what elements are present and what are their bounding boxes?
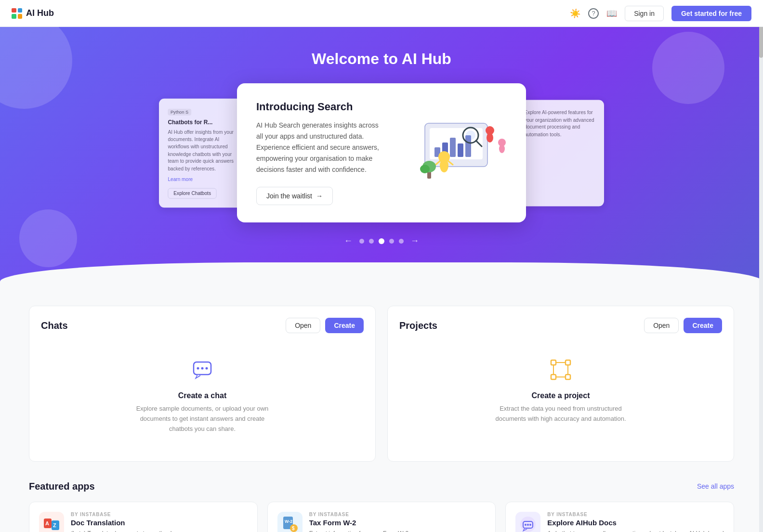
projects-empty-body: Extract the data you need from unstructu… [493,404,628,424]
projects-create-button[interactable]: Create [684,318,722,333]
svg-rect-4 [450,138,456,157]
svg-rect-28 [566,375,570,379]
projects-empty-state: Create a project Extract the data you ne… [399,343,722,440]
svg-point-22 [197,367,199,370]
carousel-main-card: Introducing Search AI Hub Search generat… [237,83,526,222]
projects-panel-header: Projects Open Create [399,318,722,333]
chats-empty-state: Create a chat Explore sample documents, … [41,343,364,449]
app-name: Doc Translation [71,519,248,527]
projects-panel: Projects Open Create [387,306,734,461]
card-heading: Introducing Search [256,101,385,113]
get-started-button[interactable]: Get started for free [671,6,751,21]
join-waitlist-button[interactable]: Join the waitlist → [256,187,333,205]
card-content: Introducing Search AI Hub Search generat… [256,101,385,205]
card-heading: Chatbots for R... [168,119,238,126]
logo-grid-icon [12,8,22,19]
brand-name: AI Hub [26,8,54,18]
featured-header: Featured apps See all apps [29,481,734,492]
waitlist-label: Join the waitlist [266,192,312,200]
svg-text:Z: Z [53,522,56,528]
sun-icon: ☀️ [570,8,580,19]
app-desc: Extract information from any Form W-2 [309,529,486,532]
tax-form-icon: W-2 $ [277,512,303,532]
featured-apps-section: Featured apps See all apps A Z BY INSTAB… [29,481,734,532]
svg-point-8 [466,130,475,140]
carousel-dot-2[interactable] [369,239,374,244]
project-frame-svg [549,358,572,381]
svg-point-44 [527,524,529,526]
svg-rect-26 [566,360,570,365]
svg-text:$: $ [292,526,295,531]
project-icon [549,358,572,386]
apps-grid: A Z BY INSTABASE Doc Translation (beta) … [29,502,734,532]
svg-text:W-2: W-2 [285,519,292,524]
card-learn-more-link[interactable]: Learn more [168,176,193,182]
carousel-dot-3[interactable] [379,238,384,244]
docs-button[interactable]: 📖 [606,8,617,19]
svg-point-45 [529,524,531,526]
theme-toggle-button[interactable]: ☀️ [570,8,580,19]
chats-panel-header: Chats Open Create [41,318,364,333]
panels-grid: Chats Open Create Create [29,306,734,461]
chats-title: Chats [41,320,68,331]
scrollbar[interactable] [759,0,763,532]
explore-docs-icon [515,512,540,532]
book-icon: 📖 [606,8,617,19]
projects-open-button[interactable]: Open [644,318,679,333]
app-name: Explore AIHub Docs [547,519,724,527]
navbar-brand: AI Hub [12,8,54,19]
app-desc: A chatbot to answer all your questions a… [547,529,724,532]
carousel-track: Python S Chatbots for R... AI Hub offer … [165,83,598,222]
carousel-dot-4[interactable] [389,239,394,244]
doc-translation-info: BY INSTABASE Doc Translation (beta) Tran… [71,512,248,532]
carousel-side-card-left: Python S Chatbots for R... AI Hub offer … [159,99,248,208]
carousel-dot-1[interactable] [359,239,364,244]
card-tag: Python S [168,109,191,116]
app-card-doc-translation[interactable]: A Z BY INSTABASE Doc Translation (beta) … [29,502,258,532]
chat-icon [191,358,214,386]
svg-text:A: A [45,520,49,526]
svg-point-11 [440,159,448,172]
hero-section: Welcome to AI Hub Python S Chatbots for … [0,27,763,286]
chats-panel-buttons: Open Create [286,318,364,333]
app-by-label: BY INSTABASE [71,512,248,517]
svg-point-23 [201,367,204,370]
see-all-apps-link[interactable]: See all apps [697,482,734,490]
projects-panel-buttons: Open Create [644,318,722,333]
chats-panel: Chats Open Create Create [29,306,376,461]
carousel-prev-button[interactable]: ← [342,234,355,248]
svg-rect-5 [458,143,463,157]
chats-empty-body: Explore sample documents, or upload your… [135,404,270,434]
app-desc: (beta) Translate documents to another la… [71,529,248,532]
navbar: AI Hub ☀️ ? 📖 Sign in Get started for fr… [0,0,763,27]
chats-open-button[interactable]: Open [286,318,320,333]
hero-title: Welcome to AI Hub [0,50,763,68]
app-by-label: BY INSTABASE [547,512,724,517]
help-icon: ? [588,8,599,19]
card-body: AI Hub Search generates insights across … [256,120,385,175]
chats-empty-heading: Create a chat [178,391,227,400]
signin-button[interactable]: Sign in [625,6,664,21]
svg-rect-25 [551,360,556,365]
arrow-icon: → [316,192,323,200]
svg-point-24 [206,367,208,370]
help-button[interactable]: ? [588,8,599,19]
carousel-dot-5[interactable] [399,239,404,244]
content-section: Chats Open Create Create [0,286,763,532]
tax-form-info: BY INSTABASE Tax Form W-2 Extract inform… [309,512,486,532]
app-by-label: BY INSTABASE [309,512,486,517]
svg-point-20 [499,144,505,153]
carousel: Python S Chatbots for R... AI Hub offer … [0,83,763,222]
explore-chatbots-button[interactable]: Explore Chatbots [168,188,217,198]
svg-rect-27 [551,375,556,379]
projects-empty-heading: Create a project [532,391,590,400]
svg-point-18 [420,165,430,173]
svg-point-43 [525,524,526,526]
explore-docs-info: BY INSTABASE Explore AIHub Docs A chatbo… [547,512,724,532]
app-card-explore-docs[interactable]: BY INSTABASE Explore AIHub Docs A chatbo… [505,502,734,532]
chats-create-button[interactable]: Create [325,318,364,333]
carousel-next-button[interactable]: → [408,234,421,248]
app-card-tax-form[interactable]: W-2 $ BY INSTABASE Tax Form W-2 Extract … [267,502,496,532]
featured-title: Featured apps [29,481,95,492]
projects-title: Projects [399,320,437,331]
